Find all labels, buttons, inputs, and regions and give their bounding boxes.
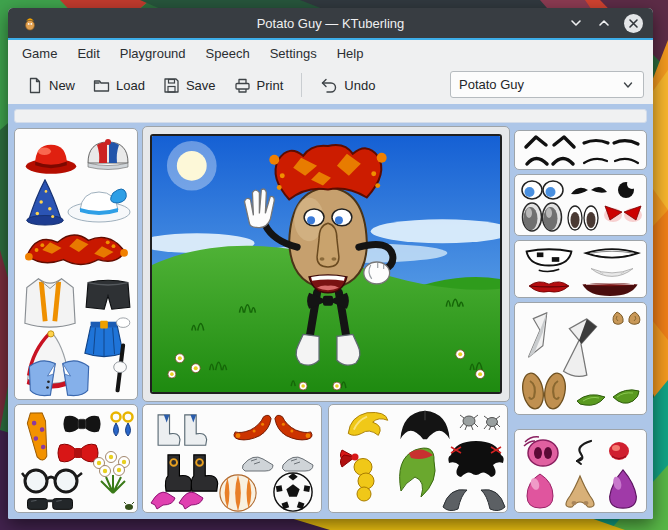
purple-nose[interactable] (605, 468, 641, 510)
arched-eyebrows[interactable] (523, 151, 577, 167)
jester-hat[interactable] (19, 225, 133, 275)
menubar: Game Edit Playground Speech Settings Hel… (8, 40, 653, 66)
toolbar: New Load Save (8, 66, 653, 104)
angled-eyebrows[interactable] (523, 134, 577, 150)
pig-snout[interactable] (521, 434, 561, 468)
new-document-icon (26, 77, 43, 94)
grin-mouth[interactable] (521, 245, 577, 273)
menu-help[interactable]: Help (337, 46, 364, 61)
floppy-disk-icon (163, 77, 180, 94)
desktop: Potato Guy — KTuberling Game Edit Playgr… (0, 0, 668, 530)
mouths-panel (514, 240, 647, 298)
load-button[interactable]: Load (84, 73, 154, 98)
soccer-ball[interactable] (271, 471, 315, 513)
save-label: Save (186, 78, 216, 93)
earrings[interactable] (109, 409, 135, 445)
minimize-icon[interactable] (568, 15, 584, 31)
gray-oval-eyes[interactable] (521, 201, 563, 233)
pink-egg-nose[interactable] (523, 472, 557, 510)
large-ears[interactable] (521, 369, 567, 413)
flower-bouquet[interactable] (91, 447, 135, 495)
open-smile-mouth[interactable] (577, 281, 643, 297)
eyebrows-panel (514, 130, 647, 170)
blonde-hair[interactable] (343, 409, 393, 441)
print-button[interactable]: Print (225, 73, 293, 98)
round-glasses[interactable] (21, 465, 83, 495)
titlebar[interactable]: Potato Guy — KTuberling (8, 8, 653, 38)
green-punk-hair[interactable] (393, 443, 441, 501)
wide-smile-mouth[interactable] (581, 245, 643, 263)
black-shorts[interactable] (83, 275, 133, 313)
thin-eyebrows[interactable] (581, 151, 641, 167)
app-window: Potato Guy — KTuberling Game Edit Playgr… (8, 8, 653, 519)
save-button[interactable]: Save (154, 73, 225, 98)
printer-icon (234, 77, 251, 94)
folder-open-icon (93, 77, 110, 94)
gray-mustache[interactable] (441, 481, 507, 513)
black-bow-tie[interactable] (59, 411, 105, 437)
menu-speech[interactable]: Speech (206, 46, 250, 61)
print-label: Print (257, 78, 284, 93)
dark-oval-eyes[interactable] (565, 203, 601, 233)
menu-playground[interactable]: Playground (120, 46, 186, 61)
small-ears[interactable] (609, 309, 643, 327)
hair-panel (328, 404, 508, 513)
tan-nose[interactable] (561, 474, 599, 510)
close-icon (628, 18, 639, 29)
undo-label: Undo (344, 78, 375, 93)
new-label: New (49, 78, 75, 93)
flat-eyebrows[interactable] (581, 134, 641, 150)
secondary-toolbar (14, 109, 647, 123)
chevron-down-icon (621, 78, 635, 92)
black-cane[interactable] (111, 339, 131, 397)
wink-eye[interactable] (615, 179, 639, 199)
window-title: Potato Guy — KTuberling (8, 16, 653, 31)
long-nose-worn[interactable] (317, 223, 339, 267)
accessories-panel (14, 404, 138, 513)
white-boots[interactable] (151, 411, 209, 451)
shoes-panel (142, 404, 322, 513)
playground-selected-value: Potato Guy (459, 77, 524, 92)
menu-edit[interactable]: Edit (77, 46, 99, 61)
black-pigtails[interactable] (445, 437, 507, 479)
close-button[interactable] (624, 14, 643, 33)
pink-heels[interactable] (149, 485, 205, 511)
playground-canvas[interactable] (150, 134, 502, 394)
angry-red-eyes[interactable] (603, 201, 643, 227)
wizard-hat[interactable] (23, 177, 67, 227)
sun-hat[interactable] (65, 181, 133, 225)
jester-shoes[interactable] (229, 413, 317, 447)
white-shirt[interactable] (19, 273, 81, 329)
playground-selector[interactable]: Potato Guy (450, 71, 644, 98)
noses-ears-panel (514, 302, 647, 415)
sunglasses[interactable] (21, 495, 79, 513)
beanie-cap[interactable] (85, 137, 131, 173)
main-content (8, 104, 653, 519)
menu-game[interactable]: Game (22, 46, 57, 61)
subtle-smile-mouth[interactable] (585, 265, 639, 279)
playground-canvas-frame (142, 126, 510, 402)
undo-button[interactable]: Undo (311, 72, 384, 98)
red-lips[interactable] (523, 277, 575, 295)
elf-ears[interactable] (575, 383, 641, 411)
red-ball-nose[interactable] (607, 440, 631, 462)
pig-noses-panel (514, 429, 647, 513)
curly-tail[interactable] (569, 438, 597, 468)
braid-with-bow[interactable] (335, 447, 381, 503)
gray-spiders[interactable] (459, 411, 503, 431)
fly[interactable] (123, 501, 135, 511)
angular-nose-small[interactable] (523, 309, 557, 363)
menu-settings[interactable]: Settings (270, 46, 317, 61)
blue-jacket[interactable] (23, 355, 95, 399)
maximize-icon[interactable] (596, 15, 612, 31)
red-hat[interactable] (23, 137, 79, 175)
new-button[interactable]: New (17, 73, 84, 98)
wardrobe-panel (14, 128, 138, 400)
spotted-tie[interactable] (19, 409, 57, 465)
squint-eyes[interactable] (569, 181, 609, 199)
beach-ball[interactable] (217, 473, 259, 513)
blue-eyes[interactable] (521, 179, 565, 201)
eyes-panel (514, 174, 647, 236)
load-label: Load (116, 78, 145, 93)
undo-arrow-icon (320, 76, 338, 94)
